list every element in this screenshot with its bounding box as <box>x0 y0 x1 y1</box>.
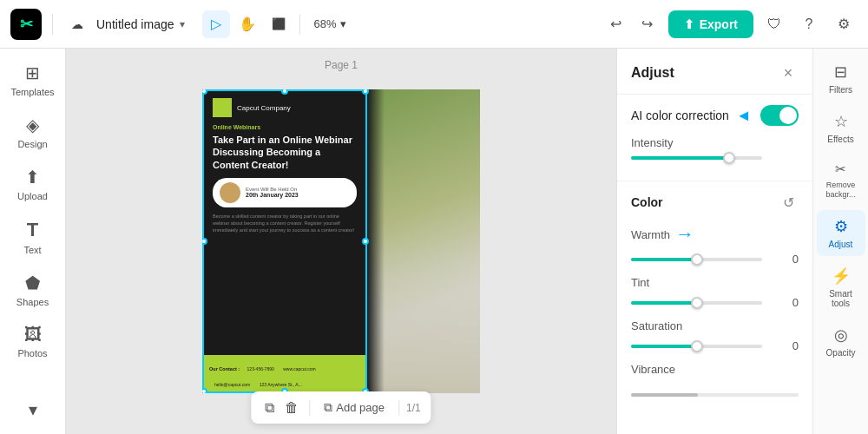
warmth-slider-thumb[interactable] <box>691 253 703 266</box>
filters-label: Filters <box>829 85 852 95</box>
event-box: Event Will Be Held On 20th January 2023 <box>213 178 357 207</box>
canvas-wrapper: Capcut Company Online Webinars Take Part… <box>202 89 480 393</box>
page-indicator: 1/1 <box>406 402 421 414</box>
canvas-description: Become a skilled content creator by taki… <box>213 213 357 234</box>
event-date: 20th January 2023 <box>246 192 299 198</box>
smart-tools-label: Smart tools <box>820 289 862 308</box>
duplicate-button[interactable]: ⧉ <box>261 398 278 418</box>
sidebar-item-text-label: Text <box>23 245 41 255</box>
frame-tool-button[interactable]: ⬛ <box>265 10 293 38</box>
settings-button[interactable]: ⚙ <box>830 10 858 38</box>
tint-slider-row: 0 <box>631 296 799 309</box>
add-page-label: Add page <box>336 401 385 414</box>
toolbar-divider2 <box>398 400 399 416</box>
intensity-slider-row <box>631 156 799 160</box>
export-button[interactable]: ⬆ Export <box>668 10 753 38</box>
delete-button[interactable]: 🗑 <box>281 398 302 418</box>
undo-button[interactable]: ↩ <box>602 10 630 38</box>
sidebar-item-photos-label: Photos <box>17 348 47 358</box>
main-area: ⊞ Templates ◈ Design ⬆ Upload T Text ⬟ S… <box>0 49 868 434</box>
logo-green-rect <box>213 98 232 117</box>
right-sidebar-item-opacity[interactable]: ◎ Opacity <box>817 319 865 365</box>
bottom-toolbar: ⧉ 🗑 ⧉ Add page 1/1 <box>251 391 431 424</box>
topbar: ✂ ☁ Untitled image ▾ ▷ ✋ ⬛ 68% ▾ ↩ ↪ ⬆ E… <box>0 0 868 49</box>
panel-header: Adjust × <box>617 49 812 95</box>
tint-slider-track[interactable] <box>631 301 762 305</box>
panel-close-button[interactable]: × <box>778 62 799 83</box>
warmth-slider-track[interactable] <box>631 258 762 261</box>
zoom-chevron-icon: ▾ <box>340 17 346 30</box>
hand-tool-button[interactable]: ✋ <box>233 10 261 38</box>
help-button[interactable]: ? <box>795 10 823 38</box>
saturation-slider-row: 0 <box>631 339 799 352</box>
right-sidebar-item-smart-tools[interactable]: ⚡ Smart tools <box>817 260 865 315</box>
warmth-slider-fill <box>631 258 697 261</box>
sidebar-item-text[interactable]: T Text <box>5 212 61 262</box>
tools-group: ▷ ✋ ⬛ 68% ▾ <box>202 10 353 38</box>
title-chevron-icon: ▾ <box>180 18 185 30</box>
shield-icon-button[interactable]: 🛡 <box>760 10 788 38</box>
zoom-control[interactable]: 68% ▾ <box>307 14 353 34</box>
sidebar-item-design[interactable]: ◈ Design <box>5 108 61 156</box>
intensity-slider-fill <box>631 156 729 160</box>
tint-slider-thumb[interactable] <box>691 297 703 309</box>
text-icon: T <box>27 219 38 241</box>
add-page-button[interactable]: ⧉ Add page <box>317 397 391 418</box>
contact-email: hello@capcut.com <box>214 382 250 387</box>
sidebar-item-photos[interactable]: 🖼 Photos <box>5 318 61 365</box>
tools-divider <box>299 14 300 35</box>
ai-toggle-row: AI color correction ◄ <box>631 105 799 126</box>
panel-scrollbar-thumb[interactable] <box>631 393 698 397</box>
right-sidebar-item-filters[interactable]: ⊟ Filters <box>817 56 865 102</box>
sidebar-item-templates[interactable]: ⊞ Templates <box>5 56 61 104</box>
color-section: Color ↺ Warmth → 0 <box>617 181 812 393</box>
redo-button[interactable]: ↪ <box>634 10 661 38</box>
intensity-slider-thumb[interactable] <box>723 152 735 164</box>
ai-color-label: AI color correction <box>631 108 729 122</box>
undo-redo-group: ↩ ↪ <box>602 10 661 38</box>
toolbar-divider <box>309 400 310 416</box>
tint-slider-fill <box>631 301 697 305</box>
sidebar-item-shapes-label: Shapes <box>16 297 49 307</box>
adjust-label: Adjust <box>829 240 853 249</box>
sidebar-item-shapes[interactable]: ⬟ Shapes <box>5 266 61 314</box>
topbar-right: ↩ ↪ ⬆ Export 🛡 ? ⚙ <box>602 10 858 38</box>
color-section-title: Color <box>631 195 663 209</box>
canvas-left: Capcut Company Online Webinars Take Part… <box>202 89 367 393</box>
panel-scrollbar[interactable] <box>631 393 799 397</box>
sidebar-expand-button[interactable]: ▾ <box>5 392 61 427</box>
ai-color-toggle[interactable] <box>760 105 799 126</box>
adjust-panel: Adjust × AI color correction ◄ Intensity <box>617 49 812 434</box>
sidebar-item-design-label: Design <box>17 139 47 149</box>
toggle-label-group: AI color correction ◄ <box>631 107 752 125</box>
warmth-slider-row: 0 <box>631 253 799 266</box>
templates-icon: ⊞ <box>25 62 40 83</box>
intensity-label: Intensity <box>631 136 799 149</box>
remove-bg-icon: ✂ <box>835 161 846 177</box>
canvas-area[interactable]: Page 1 Capcut Company Online Webinars Ta… <box>66 49 616 434</box>
color-title-row: Color ↺ <box>631 192 799 213</box>
smart-tools-icon: ⚡ <box>832 266 851 286</box>
effects-icon: ☆ <box>834 112 848 131</box>
left-sidebar: ⊞ Templates ◈ Design ⬆ Upload T Text ⬟ S… <box>0 49 66 434</box>
right-sidebar-item-effects[interactable]: ☆ Effects <box>817 105 865 151</box>
intensity-slider-track[interactable] <box>631 156 762 160</box>
design-icon: ◈ <box>26 115 39 135</box>
upload-icon: ⬆ <box>25 167 40 187</box>
tint-label: Tint <box>631 276 799 289</box>
app-logo[interactable]: ✂ <box>10 9 42 40</box>
title-group[interactable]: ☁ Untitled image ▾ <box>63 10 185 38</box>
avatar <box>220 182 240 203</box>
right-sidebar-item-adjust[interactable]: ⚙ Adjust <box>817 210 865 256</box>
color-reset-button[interactable]: ↺ <box>778 192 799 213</box>
saturation-slider-thumb[interactable] <box>691 340 703 352</box>
select-tool-button[interactable]: ▷ <box>202 10 230 38</box>
right-panel: Adjust × AI color correction ◄ Intensity <box>616 49 868 434</box>
sidebar-item-upload[interactable]: ⬆ Upload <box>5 160 61 208</box>
adjust-icon: ⚙ <box>834 217 848 236</box>
saturation-slider-track[interactable] <box>631 345 762 348</box>
cloud-icon: ☁ <box>63 10 91 38</box>
filters-icon: ⊟ <box>834 62 847 82</box>
right-icon-sidebar: ⊟ Filters ☆ Effects ✂ Remove backgr... ⚙… <box>812 49 868 434</box>
right-sidebar-item-remove-bg[interactable]: ✂ Remove backgr... <box>817 155 865 207</box>
